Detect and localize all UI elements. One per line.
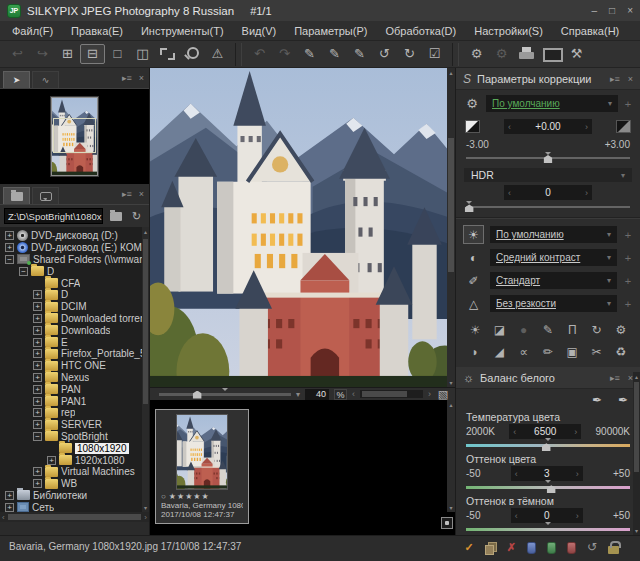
tone-curve-icon[interactable]: ◪ bbox=[488, 320, 510, 339]
spin-increase-icon[interactable] bbox=[574, 426, 577, 437]
redo-icon[interactable]: ↷ bbox=[272, 44, 297, 64]
save-settings-icon[interactable]: ⚙ bbox=[464, 44, 489, 64]
exposure-slider[interactable] bbox=[466, 153, 630, 162]
dev-settings-icon[interactable]: ⚙ bbox=[610, 320, 632, 339]
back-icon[interactable]: ↩ bbox=[5, 44, 30, 64]
expand-toggle[interactable]: + bbox=[33, 361, 42, 370]
minimize-button[interactable]: – bbox=[592, 5, 598, 16]
tree-item-server[interactable]: + SERVER bbox=[0, 419, 149, 431]
expand-toggle[interactable]: + bbox=[33, 408, 42, 417]
menu-tools[interactable]: Инструменты(T) bbox=[132, 25, 233, 37]
spin-increase-icon[interactable] bbox=[576, 468, 579, 479]
panel-close-icon[interactable]: × bbox=[628, 74, 633, 84]
white-balance-tool-icon[interactable]: ✎ bbox=[322, 44, 347, 64]
navigator-thumbnail[interactable] bbox=[51, 97, 98, 176]
marker-red-icon[interactable] bbox=[567, 542, 576, 554]
highlight-controller-icon[interactable]: ◢ bbox=[488, 342, 510, 361]
menu-development[interactable]: Обработка(D) bbox=[376, 25, 465, 37]
right-panel-scrollbar[interactable] bbox=[633, 372, 640, 535]
expand-toggle[interactable]: − bbox=[33, 432, 42, 441]
sharpness-icon[interactable]: △ bbox=[463, 294, 484, 313]
panel-menu-icon[interactable]: ▸≡ bbox=[610, 74, 620, 84]
white-balance-icon[interactable]: ☀ bbox=[463, 225, 484, 244]
rotation-icon[interactable]: ↻ bbox=[585, 320, 607, 339]
expand-toggle[interactable]: + bbox=[33, 385, 42, 394]
fisheye-icon[interactable]: ∝ bbox=[513, 342, 535, 361]
loupe-icon[interactable] bbox=[180, 44, 205, 64]
maximize-button[interactable]: □ bbox=[609, 5, 615, 16]
temperature-spinner[interactable]: 6500 bbox=[509, 424, 581, 439]
tree-item-dcim[interactable]: + DCIM bbox=[0, 301, 149, 313]
taste-add-button[interactable]: + bbox=[623, 98, 633, 110]
tab-comments[interactable] bbox=[32, 187, 59, 204]
rating-stars[interactable]: ★★★★★ bbox=[169, 492, 210, 501]
display-zoom-slider[interactable] bbox=[159, 393, 291, 396]
tree-item-d2[interactable]: + D bbox=[0, 289, 149, 301]
filmstrip-scrollbar[interactable] bbox=[447, 400, 455, 512]
filmstrip-thumbnail-card[interactable]: ○ ★★★★★ Bavaria, Germany 1080x192 2017/1… bbox=[155, 409, 249, 524]
expand-toggle[interactable]: + bbox=[47, 456, 56, 465]
rating-circle-icon[interactable]: ○ bbox=[161, 492, 167, 501]
panel-close-icon[interactable]: × bbox=[139, 73, 144, 83]
zoom-value[interactable]: 40 bbox=[305, 389, 329, 400]
tree-item-shared-folders[interactable]: − Shared Folders (\\vmware- bbox=[0, 254, 149, 266]
color-preset[interactable]: Стандарт bbox=[490, 272, 617, 289]
preset-add-button[interactable]: + bbox=[623, 298, 633, 310]
tree-item-htc-one[interactable]: + HTC ONE bbox=[0, 360, 149, 372]
tab-navigator[interactable]: ➤ bbox=[3, 71, 30, 88]
preview-view-icon[interactable]: □ bbox=[105, 44, 130, 64]
panel-menu-icon[interactable]: ▸≡ bbox=[610, 373, 620, 383]
exposure-spinner[interactable]: +0.00 bbox=[504, 119, 592, 134]
expand-toggle[interactable]: + bbox=[33, 479, 42, 488]
zoom-dropdown-icon[interactable]: ▾ bbox=[296, 390, 300, 399]
marker-blue-icon[interactable] bbox=[527, 542, 536, 554]
menu-view[interactable]: Вид(V) bbox=[233, 25, 286, 37]
navigator-toggle-icon[interactable]: ▧ bbox=[436, 388, 450, 401]
expand-toggle[interactable]: − bbox=[19, 267, 28, 276]
folder-path-dropdown[interactable]: Z:\D\SpotBright\1080x19 bbox=[4, 208, 103, 224]
tree-item-firefox-portable[interactable]: + Firefox_Portable_58 bbox=[0, 348, 149, 360]
expand-toggle[interactable]: + bbox=[33, 420, 42, 429]
retouch-brush-icon[interactable]: ✏ bbox=[537, 342, 559, 361]
scroll-right-icon[interactable]: › bbox=[428, 389, 431, 399]
hdr-dropdown[interactable]: HDR bbox=[464, 168, 632, 183]
exposure-bias-icon[interactable] bbox=[465, 120, 480, 133]
expand-toggle[interactable]: + bbox=[33, 338, 42, 347]
expand-toggle[interactable]: + bbox=[33, 326, 42, 335]
menu-settings[interactable]: Настройки(S) bbox=[465, 25, 552, 37]
tree-item-cfa[interactable]: CFA bbox=[0, 277, 149, 289]
tree-item-network[interactable]: + Сеть bbox=[0, 501, 149, 512]
gear-icon[interactable]: ⚙ bbox=[463, 96, 481, 111]
noise-reduction-icon[interactable]: ✎ bbox=[537, 320, 559, 339]
preset-add-button[interactable]: + bbox=[623, 252, 633, 264]
utility-hammer-icon[interactable]: ⚒ bbox=[564, 44, 589, 64]
expand-toggle[interactable]: + bbox=[33, 397, 42, 406]
spotting-tool-icon[interactable]: ▣ bbox=[561, 342, 583, 361]
filmstrip-thumbnail-image[interactable] bbox=[176, 414, 228, 490]
expand-toggle[interactable]: + bbox=[33, 314, 42, 323]
undo-mark-icon[interactable]: ↺ bbox=[587, 541, 597, 554]
multi-preview-icon[interactable]: ◫ bbox=[130, 44, 155, 64]
tree-item-dvd-e[interactable]: + DVD-дисковод (E:) КОМПА bbox=[0, 242, 149, 254]
reset-parameters-icon[interactable]: ♻ bbox=[610, 342, 632, 361]
preview-image-area[interactable] bbox=[150, 68, 455, 387]
image-horizontal-scrollbar[interactable] bbox=[360, 390, 423, 398]
preset-add-button[interactable]: + bbox=[623, 229, 633, 241]
image-vertical-scrollbar[interactable] bbox=[447, 68, 455, 387]
hdr-spinner[interactable]: 0 bbox=[504, 185, 592, 200]
expand-toggle[interactable]: + bbox=[33, 290, 42, 299]
fullscreen-icon[interactable] bbox=[155, 44, 180, 64]
tree-item-downloaded-torrent[interactable]: + Downloaded torrent bbox=[0, 313, 149, 325]
protect-lock-icon[interactable] bbox=[608, 546, 619, 554]
color-mode-icon[interactable]: ✐ bbox=[463, 271, 484, 290]
menu-edit[interactable]: Правка(E) bbox=[62, 25, 132, 37]
expand-toggle[interactable]: + bbox=[5, 243, 14, 252]
tab-histogram[interactable]: ∿ bbox=[32, 71, 59, 88]
tree-item-e[interactable]: + E bbox=[0, 336, 149, 348]
select-check-icon[interactable]: ☑ bbox=[422, 44, 447, 64]
spin-increase-icon[interactable] bbox=[585, 187, 588, 198]
copy-parameters-icon[interactable] bbox=[485, 542, 496, 554]
color-control-icon[interactable]: ◗ bbox=[464, 342, 486, 361]
dark-tint-spinner[interactable]: 0 bbox=[511, 508, 583, 523]
panel-menu-icon[interactable]: ▸≡ bbox=[122, 189, 132, 199]
